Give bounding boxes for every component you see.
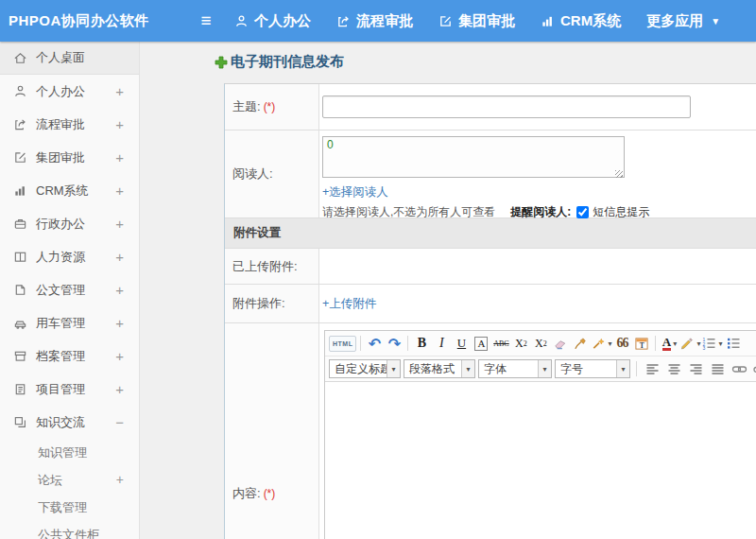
align-left-icon[interactable] [643, 359, 662, 379]
align-right-icon[interactable] [686, 359, 705, 379]
svg-text:3: 3 [703, 345, 706, 350]
redo-icon[interactable]: ↷ [385, 334, 404, 354]
caret-down-icon: ▾ [387, 360, 400, 377]
caret-down-icon: ▾ [696, 339, 700, 348]
nav-more-apps[interactable]: 更多应用 ▼ [646, 12, 720, 30]
strikethrough-button[interactable]: ABC [491, 334, 510, 354]
resize-grip-icon[interactable] [615, 170, 623, 178]
expand-toggle[interactable]: + [115, 75, 124, 108]
nav-crm-system[interactable]: CRM系统 [541, 12, 621, 30]
select-readers-link[interactable]: +选择阅读人 [322, 184, 388, 200]
align-justify-icon[interactable] [708, 359, 727, 379]
font-color-button[interactable]: A ▾ [660, 334, 679, 354]
flow-icon [336, 14, 351, 28]
subject-label: 主题: (*) [225, 84, 319, 130]
expand-toggle[interactable]: + [115, 174, 124, 207]
briefcase-icon [13, 217, 27, 231]
expand-toggle[interactable]: + [115, 373, 124, 406]
blockquote-button[interactable]: 66 [612, 334, 631, 354]
caret-down-icon: ▼ [711, 16, 720, 26]
sidebar-item-personal-office[interactable]: 个人办公 + [0, 75, 139, 108]
expand-toggle[interactable]: + [115, 273, 124, 306]
superscript-button[interactable]: X2 [511, 334, 530, 354]
attachment-actions-row: 附件操作: +上传附件 [225, 285, 756, 323]
sidebar-item-knowledge-exchange[interactable]: 知识交流 − [0, 406, 139, 439]
collapse-toggle[interactable]: − [115, 406, 124, 439]
expand-toggle[interactable]: + [115, 240, 124, 273]
subject-input[interactable] [322, 96, 691, 118]
sidebar-item-document-mgmt[interactable]: 公文管理 + [0, 273, 139, 306]
svg-text:T: T [640, 340, 644, 349]
editor-content-area[interactable] [325, 382, 756, 539]
underline-button[interactable]: U [452, 334, 471, 354]
bar-chart-icon [13, 183, 27, 198]
readers-label: 阅读人: [225, 130, 319, 217]
upload-attachment-link[interactable]: +上传附件 [322, 296, 376, 312]
sidebar-item-admin-office[interactable]: 行政办公 + [0, 207, 139, 240]
sidebar-item-archive-mgmt[interactable]: 档案管理 + [0, 339, 139, 373]
expand-toggle[interactable]: + [115, 339, 124, 373]
sms-notify-checkbox[interactable] [576, 206, 589, 218]
expand-toggle[interactable]: + [116, 466, 124, 494]
hamburger-menu-icon[interactable]: ≡ [196, 11, 216, 30]
archive-icon [13, 349, 27, 363]
sidebar-subitem-public-file-cabinet[interactable]: 公共文件柜 [0, 521, 139, 539]
sidebar-item-flow-approval[interactable]: 流程审批 + [0, 108, 139, 141]
sidebar-item-project-mgmt[interactable]: 项目管理 + [0, 373, 139, 406]
nav-group-approval[interactable]: 集团审批 [438, 12, 515, 30]
link-icon[interactable] [730, 359, 748, 379]
sidebar-item-desktop[interactable]: 个人桌面 [0, 42, 139, 75]
add-plus-icon [215, 56, 228, 69]
nav-personal-office[interactable]: 个人办公 [234, 12, 311, 30]
subject-row: 主题: (*) [225, 84, 756, 130]
bar-chart-icon [541, 14, 555, 28]
unlink-icon[interactable] [751, 359, 756, 379]
document-icon [13, 283, 27, 297]
sidebar-item-hr[interactable]: 人力资源 + [0, 240, 139, 273]
bullet-list-icon[interactable] [724, 334, 743, 354]
caret-down-icon: ▾ [538, 360, 551, 377]
publish-form: 主题: (*) 阅读人: 0 +选择阅读人 请选择阅读人,不选为所有人可查看 提… [224, 83, 756, 539]
caret-down-icon: ▾ [673, 339, 677, 348]
expand-toggle[interactable]: + [115, 207, 124, 240]
highlight-pen-icon[interactable]: ▾ [679, 334, 700, 354]
sidebar-subitem-forum[interactable]: 论坛 + [0, 466, 139, 494]
top-nav: 个人办公 流程审批 集团审批 CRM系统 更多应用 ▼ [234, 0, 720, 42]
sidebar-subitem-download-mgmt[interactable]: 下载管理 [0, 494, 139, 521]
align-center-icon[interactable] [664, 359, 683, 379]
bold-button[interactable]: B [412, 334, 431, 354]
expand-toggle[interactable]: + [115, 141, 124, 174]
expand-toggle[interactable]: + [115, 306, 124, 339]
person-icon [13, 84, 27, 98]
html-source-button[interactable]: HTML [329, 336, 356, 352]
font-style-button[interactable]: A [472, 334, 490, 354]
remind-readers-label: 提醒阅读人: [510, 204, 571, 220]
readers-textarea[interactable]: 0 [322, 136, 625, 178]
sidebar-item-group-approval[interactable]: 集团审批 + [0, 141, 139, 174]
font-size-select[interactable]: 字号 ▾ [555, 359, 630, 378]
undo-icon[interactable]: ↶ [365, 334, 384, 354]
font-family-select[interactable]: 字体 ▾ [478, 359, 552, 378]
eraser-icon[interactable] [551, 334, 570, 354]
italic-button[interactable]: I [432, 334, 451, 354]
uploaded-attachments-label: 已上传附件: [225, 249, 319, 284]
format-brush-icon[interactable] [571, 334, 590, 354]
magic-wand-icon[interactable]: ▾ [591, 334, 611, 354]
paragraph-format-select[interactable]: 段落格式 ▾ [404, 359, 475, 378]
sidebar-item-crm[interactable]: CRM系统 + [0, 174, 139, 207]
subscript-button[interactable]: X2 [531, 334, 550, 354]
sidebar-item-vehicle-mgmt[interactable]: 用车管理 + [0, 306, 139, 339]
table-insert-icon[interactable]: T [632, 334, 651, 354]
expand-toggle[interactable]: + [115, 108, 124, 141]
caret-down-icon: ▾ [616, 360, 629, 377]
heading-select[interactable]: 自定义标题 ▾ [329, 359, 401, 378]
editor-toolbar-row2: 自定义标题 ▾ 段落格式 ▾ 字体 ▾ 字号 ▾ [325, 356, 756, 382]
nav-flow-approval[interactable]: 流程审批 [336, 12, 413, 30]
attachment-section-header: 附件设置 [225, 218, 756, 249]
home-icon [13, 51, 27, 65]
toolbar-separator [636, 361, 637, 376]
rich-text-editor: HTML ↶ ↷ B I U A ABC X2 X2 [324, 330, 756, 539]
sidebar-subitem-knowledge-mgmt[interactable]: 知识管理 [0, 439, 139, 466]
car-icon [13, 316, 27, 330]
ordered-list-icon[interactable]: 123 ▾ [701, 334, 722, 354]
